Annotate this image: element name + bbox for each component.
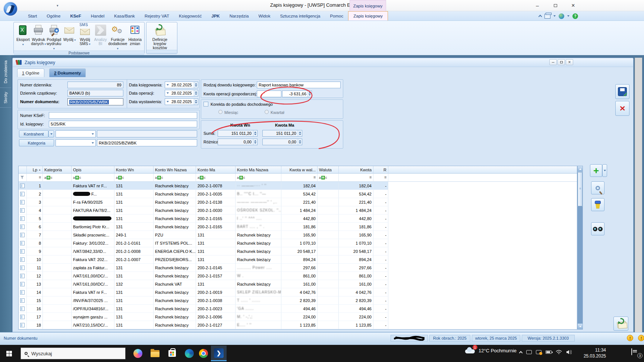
column-header-r[interactable]: R [373, 166, 388, 174]
cell-icon[interactable] [19, 231, 27, 239]
cell-waluta[interactable] [318, 247, 339, 255]
cell-icon[interactable] [19, 190, 27, 198]
minimize-button[interactable]: – [531, 1, 544, 10]
cell-ma_nazwa[interactable]: W . [236, 272, 281, 280]
cell-opis[interactable]: /VAT/3842,33/ID... [72, 247, 114, 255]
cell-lp[interactable]: 14 [27, 288, 43, 296]
cell-opis[interactable]: Bartlomiej Piotr Kr... [72, 223, 114, 231]
scroll-down-icon[interactable] [578, 324, 583, 329]
cell-wn_nazwa[interactable]: Rachunek bieżący [154, 305, 196, 313]
cell-kwota_wal[interactable]: 861,00 [281, 272, 318, 280]
table-row[interactable]: 6Bartlomiej Piotr Kr...131Rachunek bieżą… [19, 223, 577, 231]
cell-wn[interactable]: 131 [114, 313, 154, 321]
cell-wn_nazwa[interactable]: Rachunek bieżący [154, 321, 196, 329]
ribbon-button-wydruk-danych[interactable]: Wydruk danych ▾ [31, 23, 47, 51]
cell-ma[interactable]: 200-2-1-0157 [196, 272, 236, 280]
cell-kwota[interactable]: 165,90 [339, 231, 373, 239]
cell-kwota[interactable]: 494,46 [339, 305, 373, 313]
cell-wn[interactable]: 131 [114, 198, 154, 206]
cell-waluta[interactable] [318, 296, 339, 305]
cell-wn[interactable]: 131 [114, 215, 154, 223]
cell-icon[interactable] [19, 264, 27, 272]
cell-ma_nazwa[interactable]: Rachunek bieżący [236, 247, 281, 255]
cell-ma_nazwa[interactable]: B.. ''''C I... ''— [236, 190, 281, 198]
cell-r[interactable]: - [373, 215, 388, 223]
cell-icon[interactable] [19, 215, 27, 223]
cell-kwota[interactable]: 20 548,17 [339, 247, 373, 255]
table-row[interactable]: 12/VAT/161,00/IDC/...131Rachunek bieżący… [19, 272, 577, 280]
data-operacji-field[interactable]: 28.02.2025 [165, 90, 198, 96]
cell-opis[interactable]: zapłata za Faktur... [72, 264, 114, 272]
windows-dropdown-icon[interactable] [553, 15, 556, 17]
cell-icon[interactable] [19, 313, 27, 321]
suma-wn-field[interactable]: 151 011,20 [218, 130, 258, 137]
close-button[interactable]: × [567, 1, 580, 10]
cell-icon[interactable] [19, 296, 27, 305]
cell-ma[interactable]: 200-2-1-0096 [196, 313, 236, 321]
table-row[interactable]: 8Faktury: 3/01/202...201-2-1-0161IT SYST… [19, 239, 577, 247]
find-button[interactable] [591, 222, 604, 235]
cell-ma_nazwa[interactable]: BART .... , '' . [236, 223, 281, 231]
cell-ma_nazwa[interactable]: M. ' -,',; [236, 313, 281, 321]
cell-lp[interactable]: 16 [27, 305, 43, 313]
cell-r[interactable]: - [373, 231, 388, 239]
menu-tab-kasa-bank[interactable]: Kasa/Bank [109, 11, 140, 20]
filter-lp[interactable]: = [27, 174, 43, 182]
cell-icon[interactable] [19, 272, 27, 280]
korekta-checkbox[interactable] [203, 102, 208, 107]
cell-waluta[interactable] [318, 272, 339, 280]
cell-kategoria[interactable] [43, 272, 72, 280]
cell-kwota_wal[interactable]: 181,86 [281, 223, 318, 231]
cell-wn_nazwa[interactable]: IT SYSTEMS POL... [154, 239, 196, 247]
cell-wn_nazwa[interactable]: Rachunek bieżący [154, 223, 196, 231]
cell-wn[interactable]: 131 [114, 288, 154, 296]
cell-lp[interactable]: 1 [27, 182, 43, 190]
cell-opis[interactable]: /VAT/210,15/IDC/... [72, 321, 114, 329]
cell-kategoria[interactable] [43, 280, 72, 288]
filter-wn[interactable]: aBc [114, 174, 154, 182]
cell-waluta[interactable] [318, 190, 339, 198]
microsoft-store-icon[interactable] [167, 348, 177, 359]
cell-ma_nazwa[interactable]: E.... ' '' [236, 321, 281, 329]
cell-r[interactable]: - [373, 272, 388, 280]
menu-tab-pomoc[interactable]: Pomoc [325, 11, 348, 20]
sidebar-item-skroty[interactable]: Skróty [0, 88, 11, 108]
cell-wn_nazwa[interactable]: Rachunek bieżący [154, 288, 196, 296]
cell-waluta[interactable] [318, 321, 339, 329]
menu-tab-zapis-ksi-gowy[interactable]: Zapis księgowy [348, 11, 388, 20]
cell-kwota[interactable]: 2 820,39 [339, 296, 373, 305]
table-row[interactable]: 4FAKTURA FA/78/2...131Rachunek bieżący20… [19, 206, 577, 215]
cell-kwota[interactable]: 1 070,10 [339, 239, 373, 247]
tab-2-dokumenty[interactable]: 2 Dokumenty [49, 69, 86, 77]
column-header-kategoria[interactable]: Kategoria [43, 166, 72, 174]
filter-kategoria[interactable]: aBc [43, 174, 72, 182]
table-row[interactable]: 5131Rachunek bieżący200-2-1-0165l ..' ''… [19, 215, 577, 223]
cell-ma[interactable]: 200-2-1-0127 [196, 321, 236, 329]
cell-r[interactable]: - [373, 206, 388, 215]
cell-kwota[interactable]: 861,00 [339, 272, 373, 280]
cell-opis[interactable]: /INV/FA/37/2025 ... [72, 296, 114, 305]
speaker-icon[interactable] [566, 350, 572, 355]
cell-icon[interactable] [19, 255, 27, 264]
date-spinner[interactable] [194, 82, 198, 88]
cell-wn_nazwa[interactable]: Rachunek bieżący [154, 272, 196, 280]
cell-opis[interactable]: F-ra FA/90/2025 [72, 198, 114, 206]
cell-kategoria[interactable] [43, 247, 72, 255]
cell-ma_nazwa[interactable]: SKLEP ZIELARSKO-M . [236, 288, 281, 296]
cell-kategoria[interactable] [43, 223, 72, 231]
taskbar-search[interactable]: Wyszukaj [20, 347, 126, 359]
cell-opis[interactable]: FAKTURA FA/78/2... [72, 206, 114, 215]
amount-spinner[interactable] [307, 91, 312, 97]
dialog-close-button[interactable]: × [566, 59, 573, 65]
cell-wn_nazwa[interactable]: Rachunek bieżący [154, 182, 196, 190]
kontrahent-dropdown-icon[interactable] [48, 130, 54, 137]
accounting-scheme-button[interactable] [613, 317, 628, 331]
cell-wn_nazwa[interactable]: Rachunek bieżący [154, 190, 196, 198]
cell-wn[interactable]: 249-1 [114, 231, 154, 239]
cell-lp[interactable]: 4 [27, 206, 43, 215]
cell-opis[interactable]: /VAT/161,00/IDC/... [72, 280, 114, 288]
cell-ma[interactable]: 200-2-1-0165 [196, 223, 236, 231]
cell-icon[interactable] [19, 182, 27, 190]
right-splitter-strip[interactable] [635, 58, 642, 332]
cell-icon[interactable] [19, 288, 27, 296]
